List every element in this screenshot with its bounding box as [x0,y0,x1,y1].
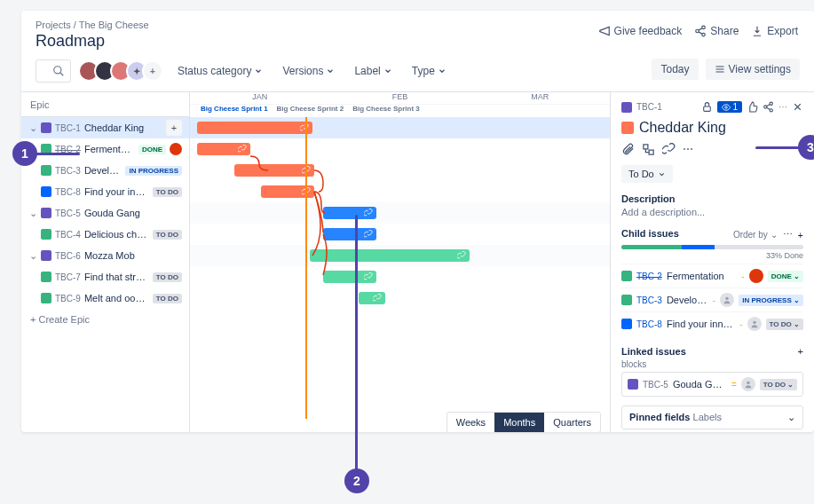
attachment-icon[interactable] [621,143,635,156]
status-badge: TO DO [153,294,182,303]
more-actions-icon[interactable]: ⋯ [683,143,693,156]
expand-icon[interactable]: ⌄ [28,122,37,134]
gantt-bar[interactable] [197,143,250,155]
issue-key: TBC-1 [55,123,81,133]
assignee-avatar[interactable] [749,269,763,283]
sprint-label[interactable]: Big Cheese Sprint 1 [197,105,272,117]
expand-icon[interactable]: ⌄ [28,208,37,219]
timerange-quarters[interactable]: Quarters [544,413,600,432]
share-button[interactable]: Share [694,25,739,37]
status-badge: TO DO [153,272,182,282]
watchers-button[interactable]: 1 [717,101,742,113]
export-button[interactable]: Export [751,25,798,37]
epic-row[interactable]: TBC-8Find your inner che...TO DO [21,181,189,202]
timerange-months[interactable]: Months [494,413,544,432]
issue-name: Develop flavor [84,165,122,176]
assignee-avatar[interactable] [747,317,762,331]
epic-row[interactable]: TBC-7Find that stretchTO DO [21,266,189,287]
issue-key[interactable]: TBC-8 [636,319,662,329]
thumbs-up-icon[interactable] [747,101,758,113]
gantt-bar[interactable] [323,207,376,219]
epic-row[interactable]: TBC-3Develop flavorIN PROGRESS [21,160,189,181]
month-label: FEB [330,92,470,104]
add-issue-button[interactable]: + [166,120,182,136]
more-icon[interactable]: ⋯ [783,229,793,240]
issue-name: Find your inner che... [84,186,149,197]
megaphone-icon [598,25,611,37]
epic-row[interactable]: ⌄TBC-6Mozza Mob [21,245,189,266]
view-settings-button[interactable]: View settings [706,59,800,80]
sprint-label[interactable]: Big Cheese Sprint 3 [349,105,423,117]
today-line [305,117,307,419]
child-issues-label: Child issues [621,228,679,239]
linked-issue-row[interactable]: TBC-5 Gouda Gang = TO DO ⌄ [621,372,803,397]
epic-row[interactable]: ⌄TBC-1Cheddar King+ [21,117,189,138]
svg-rect-10 [649,150,653,154]
close-icon[interactable] [792,101,803,113]
breadcrumb-projects[interactable]: Projects [36,20,71,30]
add-linked-button[interactable]: + [798,346,803,357]
gantt-bar[interactable] [197,122,312,134]
epic-row[interactable]: TBC-2FermentationDONE [21,138,189,160]
issue-key[interactable]: TBC-1 [636,102,662,112]
sprint-label[interactable]: Big Cheese Sprint 2 [273,105,348,117]
assignee-avatar[interactable] [170,143,182,155]
child-issue-row[interactable]: TBC-2Fermentation-DONE ⌄ [621,264,803,287]
svg-point-11 [726,297,729,300]
gantt-bar[interactable] [323,228,376,240]
issue-key: TBC-6 [55,251,81,261]
avatar-group[interactable]: ✦ + [83,60,163,82]
issue-title[interactable]: Cheddar King [621,120,803,136]
breadcrumb-project[interactable]: The Big Cheese [79,20,149,30]
link-icon[interactable] [662,143,676,156]
priority-icon: - [713,295,715,305]
create-epic-button[interactable]: + Create Epic [21,309,189,330]
status-pill[interactable]: TO DO ⌄ [760,379,797,390]
lock-icon[interactable] [701,101,713,113]
add-child-button[interactable]: + [798,230,803,240]
type-filter[interactable]: Type [407,61,452,81]
chevron-down-icon [658,170,666,178]
status-dropdown[interactable]: To Do [621,165,673,183]
add-people-button[interactable]: + [142,60,163,82]
issue-key[interactable]: TBC-3 [636,295,662,305]
more-icon[interactable]: ⋯ [778,102,787,112]
gantt-bar[interactable] [359,292,385,304]
chevron-down-icon [383,67,392,75]
order-by-dropdown[interactable]: Order by ⌄ [733,230,778,240]
give-feedback-button[interactable]: Give feedback [598,25,683,37]
label-filter[interactable]: Label [349,61,397,81]
expand-icon[interactable]: ⌄ [28,250,37,262]
search-input[interactable] [36,59,71,83]
status-badge: TO DO [153,187,182,197]
today-button[interactable]: Today [652,59,698,80]
epic-row[interactable]: TBC-4Delicious cheeseTO DO [21,224,189,245]
issue-type-icon [41,186,51,197]
assignee-avatar[interactable] [741,377,755,391]
pinned-fields-toggle[interactable]: Pinned fields Labels⌄ [621,406,803,429]
add-child-icon[interactable] [642,143,655,156]
versions-filter[interactable]: Versions [277,61,340,81]
child-issue-row[interactable]: TBC-3Develop flavor-IN PROGRESS ⌄ [621,287,803,311]
linked-type-label: blocks [621,359,803,369]
gantt-bar[interactable] [234,164,314,177]
status-pill[interactable]: DONE ⌄ [768,271,803,282]
gantt-bar[interactable] [323,271,376,283]
svg-point-12 [753,321,755,324]
status-pill[interactable]: TO DO ⌄ [766,319,803,330]
status-pill[interactable]: IN PROGRESS ⌄ [739,295,803,306]
share-icon[interactable] [763,101,774,113]
assignee-avatar[interactable] [720,293,734,307]
description-field[interactable]: Add a description... [621,207,803,217]
status-category-filter[interactable]: Status category [172,61,268,81]
svg-rect-9 [644,145,648,149]
settings-icon [715,64,725,75]
issue-key[interactable]: TBC-2 [636,272,662,281]
issue-type-icon [621,319,632,329]
timeline[interactable]: JAN FEB MAR Big Cheese Sprint 1 Big Chee… [190,92,610,432]
gantt-bar[interactable] [310,249,470,262]
timerange-weeks[interactable]: Weeks [447,413,494,432]
epic-row[interactable]: TBC-9Melt and ooze, babyTO DO [21,287,189,309]
epic-row[interactable]: ⌄TBC-5Gouda Gang [21,202,189,224]
child-issue-row[interactable]: TBC-8Find your inner cheese-TO DO ⌄ [621,311,803,335]
